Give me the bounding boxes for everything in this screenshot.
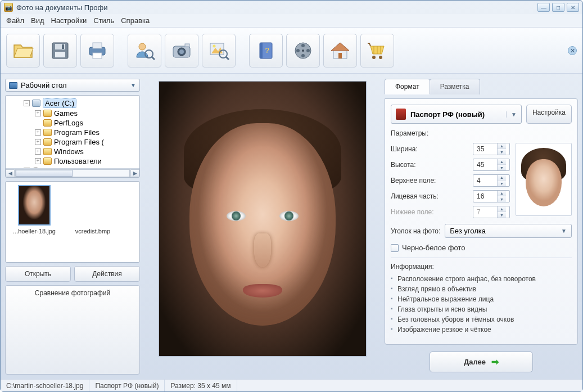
status-path: C:\martin-schoeller-18.jpg: [1, 380, 89, 391]
svg-line-9: [152, 57, 155, 60]
params-label: Параметры:: [391, 129, 572, 137]
format-settings-button[interactable]: Настройка: [526, 105, 572, 124]
svg-rect-6: [93, 53, 102, 58]
svg-point-27: [302, 49, 304, 52]
camera-button[interactable]: [165, 34, 198, 67]
svg-point-23: [301, 44, 305, 47]
open-folder-button[interactable]: [6, 34, 40, 67]
app-icon: 📷: [4, 3, 13, 12]
minimize-button[interactable]: —: [537, 3, 550, 12]
svg-point-7: [139, 43, 146, 50]
tree-node-folder[interactable]: +Program Files: [7, 128, 138, 137]
help-icon[interactable]: ✕: [568, 46, 577, 55]
menu-help[interactable]: Справка: [121, 16, 150, 25]
tree-node-folder[interactable]: +Windows: [7, 147, 138, 156]
format-panel: Паспорт РФ (новый) ▼ Настройка Параметры…: [385, 98, 578, 345]
thumbnail-item[interactable]: vcredist.bmp: [67, 185, 118, 235]
svg-line-18: [226, 57, 229, 60]
scroll-right-button[interactable]: ▶: [130, 169, 139, 177]
cart-button[interactable]: [360, 34, 394, 67]
location-combo[interactable]: Рабочий стол ▼: [5, 79, 140, 92]
svg-point-12: [179, 49, 184, 54]
bw-checkbox[interactable]: Черно-белое фото: [391, 244, 572, 252]
tab-format[interactable]: Формат: [385, 79, 430, 94]
svg-rect-13: [185, 44, 189, 47]
svg-point-25: [301, 54, 305, 57]
tree-node-folder[interactable]: PerfLogs: [7, 118, 138, 128]
svg-rect-3: [62, 44, 64, 49]
folder-tree: −Acer (C:) +Games PerfLogs +Program File…: [5, 95, 140, 178]
info-list: Расположение строго анфас, без поворотов…: [391, 274, 572, 335]
print-button[interactable]: [80, 34, 114, 67]
compare-button[interactable]: Сравнение фотографий: [5, 285, 140, 375]
scroll-left-button[interactable]: ◀: [6, 169, 15, 177]
help-book-button[interactable]: ?: [249, 34, 283, 67]
svg-point-34: [372, 56, 376, 59]
face-part-spinner[interactable]: ▲▼: [473, 190, 510, 202]
info-label: Информация:: [391, 263, 572, 271]
svg-rect-5: [93, 43, 102, 48]
tree-node-folder[interactable]: +Program Files (: [7, 137, 138, 147]
toolbar: ? ✕: [1, 28, 582, 74]
desktop-icon: [9, 82, 17, 89]
checkbox-icon: [391, 244, 399, 252]
svg-point-16: [213, 45, 216, 48]
tab-markup[interactable]: Разметка: [430, 79, 480, 94]
film-reel-button[interactable]: [286, 34, 320, 67]
document-type-combo[interactable]: Паспорт РФ (новый) ▼: [391, 105, 522, 124]
svg-marker-29: [331, 43, 349, 51]
bottom-margin-spinner: ▲▼: [473, 206, 510, 218]
thumbnails-panel: ...hoeller-18.jpg vcredist.bmp: [5, 181, 140, 263]
user-search-button[interactable]: [128, 34, 161, 67]
menu-style[interactable]: Стиль: [93, 16, 114, 25]
image-search-button[interactable]: [202, 34, 236, 67]
svg-point-35: [379, 56, 382, 59]
save-button[interactable]: [43, 34, 77, 67]
menu-file[interactable]: Файл: [6, 16, 24, 25]
open-button[interactable]: Открыть: [5, 266, 71, 282]
chevron-down-icon: ▼: [130, 82, 136, 88]
window-title: Фото на документы Профи: [16, 3, 537, 12]
home-button[interactable]: [323, 34, 357, 67]
chevron-down-icon: ▼: [506, 111, 517, 118]
corner-combo[interactable]: Без уголка ▼: [445, 224, 572, 238]
top-margin-spinner[interactable]: ▲▼: [473, 174, 510, 187]
menu-view[interactable]: Вид: [31, 16, 44, 25]
svg-rect-30: [338, 53, 342, 58]
title-bar: 📷 Фото на документы Профи — □ ✕: [1, 1, 582, 14]
menu-settings[interactable]: Настройки: [51, 16, 87, 25]
svg-text:?: ?: [265, 46, 269, 55]
passport-icon: [396, 109, 406, 120]
tree-hscrollbar[interactable]: ◀ ▶: [6, 168, 139, 177]
arrow-right-icon: ➡: [491, 357, 499, 367]
tabs: Формат Разметка: [385, 79, 578, 94]
tree-node-folder[interactable]: +Games: [7, 109, 138, 118]
svg-rect-20: [260, 43, 263, 58]
svg-rect-2: [55, 52, 65, 57]
location-label: Рабочий стол: [21, 81, 67, 89]
tree-node-folder[interactable]: +Пользователи: [7, 156, 138, 166]
next-button[interactable]: Далее ➡: [430, 352, 533, 372]
svg-point-24: [306, 49, 310, 52]
actions-button[interactable]: Действия: [74, 266, 140, 282]
status-doc: Паспорт РФ (новый): [89, 380, 165, 391]
thumbnail-item[interactable]: ...hoeller-18.jpg: [9, 185, 60, 235]
close-button[interactable]: ✕: [567, 3, 579, 12]
photo-preview: [159, 81, 367, 357]
width-spinner[interactable]: ▲▼: [473, 143, 510, 155]
chevron-down-icon: ▼: [561, 228, 567, 234]
status-bar: C:\martin-schoeller-18.jpg Паспорт РФ (н…: [1, 379, 582, 391]
menu-bar: Файл Вид Настройки Стиль Справка: [1, 14, 582, 28]
maximize-button[interactable]: □: [552, 3, 564, 12]
tree-node-drive[interactable]: −Acer (C:): [7, 98, 138, 109]
status-size: Размер: 35 x 45 мм: [165, 380, 237, 391]
svg-point-26: [296, 49, 300, 52]
height-spinner[interactable]: ▲▼: [473, 159, 510, 171]
sample-photo: [516, 143, 572, 216]
